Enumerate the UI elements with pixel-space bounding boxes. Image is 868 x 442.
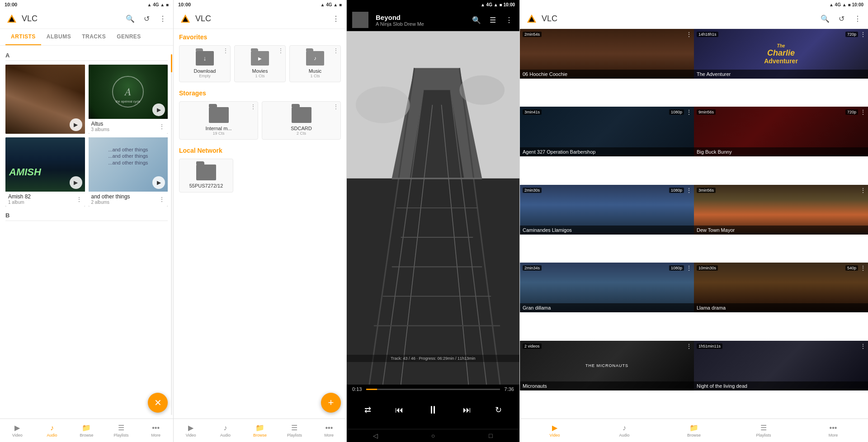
tab-genres[interactable]: GENRES	[111, 29, 146, 45]
duration-hoochie: 2min54s	[523, 32, 542, 37]
nav-audio-1[interactable]: ♪ Audio	[35, 419, 70, 442]
more-micronauts[interactable]: ⋮	[686, 343, 692, 350]
add-fab-2[interactable]: +	[321, 393, 341, 413]
movies-more[interactable]: ⋮	[278, 47, 283, 54]
nav-video-4[interactable]: ▶ Video	[520, 419, 590, 442]
video-thumb-caminandes[interactable]: 2min30s 1080p ⋮ Caminandes Llamigos	[520, 185, 694, 235]
prev-btn[interactable]: ⏮	[390, 401, 408, 419]
play-btn-ninja[interactable]: ▶	[70, 118, 82, 131]
nav-audio-4[interactable]: ♪ Audio	[590, 419, 659, 442]
internal-more[interactable]: ⋮	[250, 103, 256, 110]
video-thumb-hoochie[interactable]: 2min54s ⋮ 06 Hoochie Coochie	[520, 29, 694, 79]
back-btn-3[interactable]: ◁	[362, 432, 389, 439]
browse-item-download[interactable]: Download Empty ⋮	[179, 45, 231, 82]
storage-grid: Internal m... 19 Cts ⋮ SDCARD 2 Cts ⋮	[179, 101, 341, 140]
tab-albums[interactable]: ALBUMS	[41, 29, 76, 45]
video-thumb-micronauts[interactable]: THE MICRONAUTS 2 videos ⋮ Micronauts	[520, 341, 694, 390]
network-item-tv[interactable]: 55PUS7272/12	[179, 159, 233, 193]
nav-browse-2[interactable]: 📁 Browse	[243, 419, 277, 442]
svg-point-22	[459, 75, 505, 105]
progress-bar-3[interactable]	[366, 389, 500, 390]
video-thumb-nightliving[interactable]: 1h51min11s ⋮ Night of the living dead	[694, 341, 868, 390]
nav-browse-4[interactable]: 📁 Browse	[659, 419, 729, 442]
tab-artists[interactable]: ARTISTS	[5, 29, 41, 45]
duration-agent327: 3min41s	[523, 109, 542, 115]
next-btn[interactable]: ⏭	[458, 401, 476, 419]
more-caminandes[interactable]: ⋮	[686, 187, 692, 194]
search-button-1[interactable]: 🔍	[125, 14, 135, 24]
more-button-3[interactable]: ⋮	[504, 15, 514, 25]
nav-audio-2[interactable]: ♪ Audio	[208, 419, 242, 442]
status-icons-2: ▲ 4G ▲ ■	[320, 2, 342, 7]
tab-tracks[interactable]: TRACKS	[76, 29, 111, 45]
nav-more-4[interactable]: ••• More	[798, 419, 868, 442]
browse-item-music[interactable]: Music 1 Cts ⋮	[289, 45, 341, 82]
artist-card-ninja[interactable]: ▶ A Ninja Slob Drew... 4 albums ⋮	[5, 65, 85, 134]
download-folder-icon	[196, 51, 214, 66]
storages-title: Storages	[179, 89, 341, 97]
artist-card-altus[interactable]: 𝐴 the apeireal cycle ▶ Altus 3 albums ⋮	[89, 65, 168, 134]
more-button-1[interactable]: ⋮	[158, 14, 168, 24]
more-bigbuck[interactable]: ⋮	[860, 108, 866, 116]
video-thumb-bigbuck[interactable]: 9min56s 720p ⋮ Big Buck Bunny	[694, 107, 868, 156]
more-grandillama[interactable]: ⋮	[686, 264, 692, 272]
time-total: 7:36	[505, 386, 514, 392]
music-more[interactable]: ⋮	[333, 47, 339, 54]
duration-llamadrama: 10min30s	[697, 265, 718, 271]
history-button-4[interactable]: ↺	[836, 14, 846, 24]
status-bar-2: 10:00 ▲ 4G ▲ ■	[174, 0, 346, 9]
nav-playlists-4[interactable]: ☰ Playlists	[729, 419, 798, 442]
more-button-4[interactable]: ⋮	[853, 14, 863, 24]
more-agent327[interactable]: ⋮	[686, 108, 692, 116]
more-altus[interactable]: ⋮	[159, 123, 165, 130]
nav-playlists-2[interactable]: ☰ Playlists	[277, 419, 311, 442]
playlists-icon-4: ☰	[760, 423, 767, 432]
nav-playlists-1[interactable]: ☰ Playlists	[104, 419, 139, 442]
home-btn-3[interactable]: ○	[420, 432, 447, 439]
download-more[interactable]: ⋮	[223, 47, 228, 54]
shuffle-fab[interactable]: ✕	[148, 393, 168, 413]
nav-video-2[interactable]: ▶ Video	[174, 419, 208, 442]
history-button-1[interactable]: ↺	[142, 14, 151, 24]
storage-item-sdcard[interactable]: SDCARD 2 Cts ⋮	[262, 101, 341, 140]
search-button-4[interactable]: 🔍	[820, 14, 830, 24]
shuffle-btn[interactable]: ⇄	[359, 401, 377, 419]
repeat-btn[interactable]: ↻	[489, 401, 507, 419]
app-bar-icons-1: 🔍 ↺ ⋮	[125, 14, 168, 24]
search-button-3[interactable]: 🔍	[472, 15, 481, 25]
more-amish[interactable]: ⋮	[76, 196, 82, 203]
browse-item-movies[interactable]: Movies 1 Cts ⋮	[234, 45, 286, 82]
more-nightliving[interactable]: ⋮	[860, 343, 866, 350]
play-pause-btn[interactable]: ⏸	[421, 398, 445, 422]
nav-more-1[interactable]: ••• More	[138, 419, 173, 442]
video-thumb-dewtown[interactable]: 3min56s ⋮ Dew Town Mayor	[694, 185, 868, 235]
list-button-3[interactable]: ☰	[488, 15, 498, 25]
nav-more-2[interactable]: ••• More	[312, 419, 346, 442]
more-hoochie[interactable]: ⋮	[686, 31, 692, 38]
storage-item-internal[interactable]: Internal m... 19 Cts ⋮	[179, 101, 258, 140]
play-btn-amish[interactable]: ▶	[70, 176, 82, 189]
play-btn-altus[interactable]: ▶	[152, 103, 165, 116]
more-andother[interactable]: ⋮	[159, 196, 165, 203]
more-dewtown[interactable]: ⋮	[860, 187, 866, 194]
internal-folder-icon	[209, 107, 229, 123]
artist-card-amish[interactable]: AMISH ▶ Amish 82 1 album ⋮	[5, 137, 85, 207]
video-thumb-grandillama[interactable]: 2min34s 1080p ⋮ Gran dillama	[520, 263, 694, 312]
video-thumb-agent327[interactable]: 3min41s 1080p ⋮ Agent 327 Operation Barb…	[520, 107, 694, 156]
artist-card-andother[interactable]: ...and other things...and other things..…	[89, 137, 168, 207]
sdcard-more[interactable]: ⋮	[333, 103, 339, 110]
nav-browse-1[interactable]: 📁 Browse	[69, 419, 104, 442]
video-thumb-llamadrama[interactable]: 10min30s 540p ⋮ Llama drama	[694, 263, 868, 312]
video-thumb-adventurer[interactable]: The Charlie Adventurer 14h18h1s 720p ⋮ T…	[694, 29, 868, 79]
recents-btn-3[interactable]: □	[477, 432, 504, 439]
app-bar-3: Beyond A Ninja Slob Drew Me 🔍 ☰ ⋮	[347, 9, 519, 31]
more-llamadrama[interactable]: ⋮	[860, 264, 866, 272]
nav-video-1[interactable]: ▶ Video	[0, 419, 35, 442]
play-btn-andother[interactable]: ▶	[152, 176, 165, 189]
more-adventurer[interactable]: ⋮	[860, 31, 866, 38]
browse-content: Favorites Download Empty ⋮ Movies 1 Cts …	[174, 29, 346, 442]
progress-info-3: Track: 43 / 46 · Progress: 06:29min / 11…	[347, 355, 519, 362]
more-button-2[interactable]: ⋮	[331, 14, 341, 24]
audio-icon-1: ♪	[50, 424, 54, 432]
svg-point-21	[356, 86, 410, 123]
